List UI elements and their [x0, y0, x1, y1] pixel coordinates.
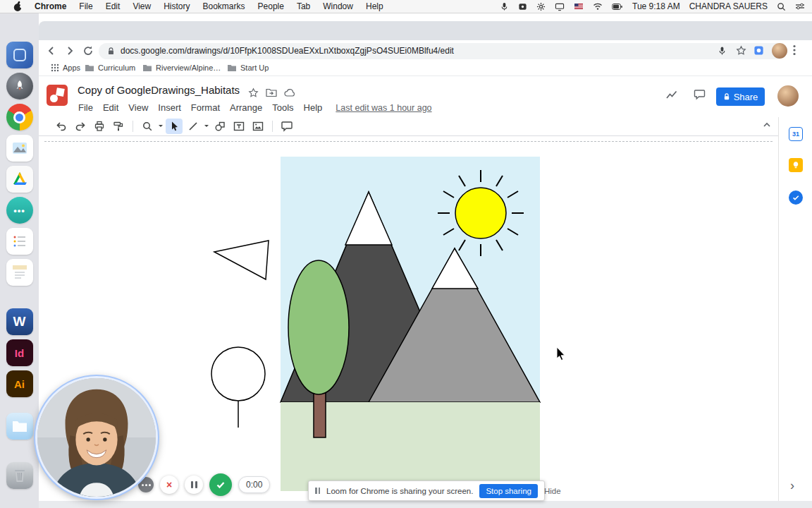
menubar-clock[interactable]: Tue 9:18 AM	[632, 1, 680, 11]
hide-notification-button[interactable]: Hide	[544, 487, 561, 495]
zoom-tool[interactable]	[139, 119, 156, 134]
menubar-item-tab[interactable]: Tab	[290, 1, 316, 11]
dock-preview-icon[interactable]	[6, 135, 33, 162]
dock-google-drive-icon[interactable]	[6, 166, 33, 193]
display-icon[interactable]	[555, 2, 565, 11]
url-field[interactable]: docs.google.com/drawings/d/10FfpK1008SDU…	[99, 43, 786, 59]
dock-notepad-icon[interactable]	[6, 259, 33, 286]
loom-controls: × 0:00	[138, 473, 270, 496]
move-folder-icon[interactable]	[266, 87, 277, 101]
menubar-item-people[interactable]: People	[252, 1, 290, 11]
menubar-item-window[interactable]: Window	[316, 1, 359, 11]
forward-icon[interactable]	[64, 45, 75, 59]
bookmark-folder-riverview[interactable]: Riverview/Alpine…	[142, 64, 221, 72]
apple-menu-icon[interactable]	[7, 1, 28, 12]
bookmark-folder-startup[interactable]: Start Up	[227, 64, 269, 72]
menubar-item-history[interactable]: History	[157, 1, 196, 11]
menu-edit[interactable]: Edit	[98, 101, 123, 114]
dock-files-app-icon[interactable]	[6, 413, 33, 440]
screen-record-icon[interactable]	[518, 2, 527, 11]
menu-help[interactable]: Help	[299, 101, 328, 114]
zoom-dropdown-icon[interactable]	[158, 124, 164, 128]
activity-trend-icon[interactable]	[665, 89, 678, 103]
share-button[interactable]: Share	[716, 87, 765, 106]
menubar-app-name[interactable]: Chrome	[28, 1, 73, 11]
document-title[interactable]: Copy of GoogleDrawings_Habitats	[78, 84, 240, 96]
shape-tool[interactable]	[211, 119, 228, 134]
us-flag-icon[interactable]	[574, 2, 584, 11]
reload-icon[interactable]	[82, 45, 94, 59]
tasks-icon[interactable]	[789, 190, 803, 205]
keep-icon[interactable]	[789, 158, 803, 172]
undo-button[interactable]	[53, 119, 70, 134]
loom-finish-button[interactable]	[209, 473, 232, 496]
bookmark-folder-curriculum[interactable]: Curriculum	[85, 64, 135, 72]
dock-word-icon[interactable]: W	[6, 308, 33, 335]
insert-image-tool[interactable]	[250, 119, 266, 134]
insert-comment-tool[interactable]	[278, 119, 295, 134]
menu-file[interactable]: File	[73, 101, 98, 114]
select-tool[interactable]	[166, 119, 183, 134]
loom-cancel-button[interactable]: ×	[160, 476, 178, 494]
account-avatar[interactable]	[777, 85, 799, 107]
wifi-icon[interactable]	[593, 2, 603, 11]
dock-blue-app-icon[interactable]	[6, 42, 33, 68]
folder-icon	[85, 64, 94, 72]
control-center-icon[interactable]	[795, 2, 805, 11]
drawings-toolbar	[39, 117, 812, 136]
redo-button[interactable]	[72, 119, 89, 134]
loom-webcam-bubble[interactable]	[35, 376, 158, 499]
calendar-icon[interactable]: 31	[789, 127, 803, 141]
extension-icon[interactable]	[753, 45, 764, 59]
menu-arrange[interactable]: Arrange	[225, 101, 267, 114]
microphone-icon[interactable]	[500, 1, 509, 11]
browser-menu-icon[interactable]	[793, 44, 796, 59]
browser-avatar[interactable]	[772, 43, 787, 59]
stop-sharing-button[interactable]: Stop sharing	[479, 484, 538, 498]
dock-indesign-icon[interactable]: Id	[6, 339, 33, 366]
dock-trash-icon[interactable]	[6, 462, 33, 489]
menu-insert[interactable]: Insert	[153, 101, 186, 114]
text-box-tool[interactable]	[230, 119, 247, 134]
sharing-message: Loom for Chrome is sharing your screen.	[326, 487, 473, 495]
bookmarks-bar: Apps Curriculum Riverview/Alpine… Start …	[39, 61, 812, 76]
voice-search-icon[interactable]	[718, 46, 727, 59]
bookmark-star-icon[interactable]	[736, 45, 746, 59]
menubar-item-edit[interactable]: Edit	[99, 1, 127, 11]
menu-tools[interactable]: Tools	[267, 101, 298, 114]
battery-icon	[612, 3, 623, 11]
loom-timer: 0:00	[238, 476, 270, 493]
dock-notes-app-icon[interactable]	[6, 228, 33, 255]
star-document-icon[interactable]	[248, 87, 259, 101]
menubar-item-help[interactable]: Help	[359, 1, 390, 11]
menubar-item-view[interactable]: View	[126, 1, 157, 11]
gear-icon[interactable]	[536, 2, 546, 11]
bookmark-apps[interactable]: Apps	[51, 64, 80, 72]
menu-view[interactable]: View	[123, 101, 153, 114]
menubar-item-bookmarks[interactable]: Bookmarks	[197, 1, 252, 11]
dock-launchpad-icon[interactable]	[6, 73, 33, 99]
comments-icon[interactable]	[694, 89, 706, 103]
bookmark-label: Curriculum	[98, 64, 135, 72]
menu-format[interactable]: Format	[186, 101, 225, 114]
google-side-panel: 31 ›	[778, 117, 812, 501]
collapse-panel-icon[interactable]: ›	[790, 478, 794, 493]
back-icon[interactable]	[46, 45, 57, 59]
google-drawings-logo[interactable]	[47, 85, 68, 106]
print-button[interactable]	[91, 119, 108, 134]
line-tool[interactable]	[185, 119, 202, 134]
cloud-status-icon[interactable]	[284, 87, 296, 101]
dock-chrome-icon[interactable]	[6, 104, 33, 131]
dock-chat-app-icon[interactable]: •••	[6, 197, 33, 224]
last-edit-link[interactable]: Last edit was 1 hour ago	[336, 103, 431, 113]
collapse-toolbar-icon[interactable]	[762, 120, 772, 133]
paint-format-button[interactable]	[110, 119, 127, 134]
loom-pause-button[interactable]	[185, 476, 203, 494]
dock-illustrator-icon[interactable]: Ai	[6, 370, 33, 397]
spotlight-icon[interactable]	[777, 2, 786, 11]
menubar-user[interactable]: CHANDRA SAUERS	[689, 1, 768, 11]
url-text: docs.google.com/drawings/d/10FfpK1008SDU…	[121, 46, 454, 56]
menubar-item-file[interactable]: File	[73, 1, 99, 11]
line-dropdown-icon[interactable]	[204, 124, 209, 128]
folder-icon	[142, 64, 152, 72]
